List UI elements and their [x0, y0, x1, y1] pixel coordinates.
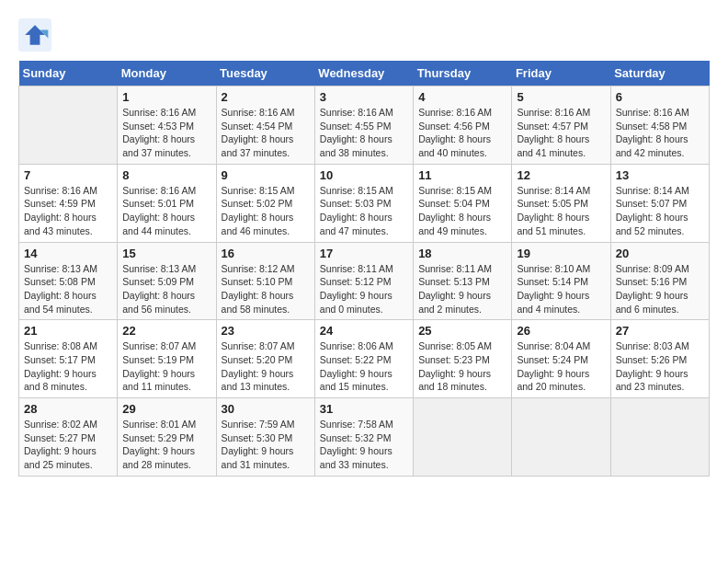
day-cell: 8Sunrise: 8:16 AMSunset: 5:01 PMDaylight…: [118, 164, 216, 242]
day-info: Sunrise: 8:16 AMSunset: 4:58 PMDaylight:…: [616, 106, 704, 160]
day-cell: 26Sunrise: 8:04 AMSunset: 5:24 PMDayligh…: [512, 320, 610, 398]
day-header-friday: Friday: [512, 61, 610, 86]
day-number: 26: [517, 324, 605, 338]
day-number: 10: [320, 168, 408, 182]
day-number: 30: [222, 402, 310, 416]
day-number: 28: [24, 402, 112, 416]
day-number: 5: [517, 90, 605, 104]
day-info: Sunrise: 8:16 AMSunset: 4:57 PMDaylight:…: [517, 106, 605, 160]
day-info: Sunrise: 8:16 AMSunset: 4:56 PMDaylight:…: [418, 106, 506, 160]
day-cell: 11Sunrise: 8:15 AMSunset: 5:04 PMDayligh…: [414, 164, 512, 242]
day-number: 13: [616, 168, 704, 182]
day-header-saturday: Saturday: [610, 61, 709, 86]
day-number: 7: [24, 168, 112, 182]
day-info: Sunrise: 8:04 AMSunset: 5:24 PMDaylight:…: [517, 339, 605, 394]
day-cell: 20Sunrise: 8:09 AMSunset: 5:16 PMDayligh…: [610, 242, 709, 320]
day-info: Sunrise: 8:10 AMSunset: 5:14 PMDaylight:…: [517, 262, 605, 316]
day-header-wednesday: Wednesday: [314, 61, 413, 86]
week-row-2: 7Sunrise: 8:16 AMSunset: 4:59 PMDaylight…: [19, 164, 710, 242]
day-number: 8: [122, 168, 210, 182]
day-number: 15: [122, 247, 210, 260]
day-cell: 22Sunrise: 8:07 AMSunset: 5:19 PMDayligh…: [118, 320, 216, 398]
day-number: 14: [24, 247, 112, 260]
day-number: 19: [517, 247, 605, 260]
day-info: Sunrise: 8:03 AMSunset: 5:26 PMDaylight:…: [616, 339, 704, 394]
day-info: Sunrise: 8:16 AMSunset: 5:01 PMDaylight:…: [122, 184, 210, 238]
day-cell: 12Sunrise: 8:14 AMSunset: 5:05 PMDayligh…: [512, 164, 610, 242]
day-cell: 24Sunrise: 8:06 AMSunset: 5:22 PMDayligh…: [314, 320, 413, 398]
day-number: 27: [616, 324, 704, 338]
day-number: 11: [418, 168, 506, 182]
day-info: Sunrise: 8:07 AMSunset: 5:20 PMDaylight:…: [222, 339, 310, 394]
day-info: Sunrise: 8:14 AMSunset: 5:07 PMDaylight:…: [616, 184, 704, 238]
day-header-tuesday: Tuesday: [216, 61, 314, 86]
day-number: 4: [418, 90, 506, 104]
day-cell: 21Sunrise: 8:08 AMSunset: 5:17 PMDayligh…: [19, 320, 118, 398]
day-cell: 27Sunrise: 8:03 AMSunset: 5:26 PMDayligh…: [610, 320, 709, 398]
day-cell: 9Sunrise: 8:15 AMSunset: 5:02 PMDaylight…: [216, 164, 314, 242]
day-number: 18: [418, 247, 506, 260]
day-info: Sunrise: 8:13 AMSunset: 5:08 PMDaylight:…: [24, 262, 112, 316]
day-cell: 1Sunrise: 8:16 AMSunset: 4:53 PMDaylight…: [118, 86, 216, 165]
day-number: 1: [122, 90, 210, 104]
day-number: 25: [418, 324, 506, 338]
day-number: 24: [320, 324, 408, 338]
day-cell: 3Sunrise: 8:16 AMSunset: 4:55 PMDaylight…: [314, 86, 413, 165]
day-number: 23: [222, 324, 310, 338]
day-info: Sunrise: 8:11 AMSunset: 5:12 PMDaylight:…: [320, 262, 408, 316]
day-number: 16: [222, 247, 310, 260]
day-info: Sunrise: 8:15 AMSunset: 5:03 PMDaylight:…: [320, 184, 408, 238]
day-number: 21: [24, 324, 112, 338]
day-info: Sunrise: 8:09 AMSunset: 5:16 PMDaylight:…: [616, 262, 704, 316]
day-info: Sunrise: 8:13 AMSunset: 5:09 PMDaylight:…: [122, 262, 210, 316]
day-info: Sunrise: 8:06 AMSunset: 5:22 PMDaylight:…: [320, 339, 408, 394]
day-cell: [414, 398, 512, 477]
day-cell: 28Sunrise: 8:02 AMSunset: 5:27 PMDayligh…: [19, 398, 118, 477]
day-info: Sunrise: 8:16 AMSunset: 4:59 PMDaylight:…: [24, 184, 112, 238]
day-cell: 4Sunrise: 8:16 AMSunset: 4:56 PMDaylight…: [414, 86, 512, 165]
day-cell: 23Sunrise: 8:07 AMSunset: 5:20 PMDayligh…: [216, 320, 314, 398]
week-row-5: 28Sunrise: 8:02 AMSunset: 5:27 PMDayligh…: [19, 398, 710, 477]
day-info: Sunrise: 8:08 AMSunset: 5:17 PMDaylight:…: [24, 339, 112, 394]
day-info: Sunrise: 8:01 AMSunset: 5:29 PMDaylight:…: [122, 418, 210, 472]
day-info: Sunrise: 8:15 AMSunset: 5:04 PMDaylight:…: [418, 184, 506, 238]
calendar-table: SundayMondayTuesdayWednesdayThursdayFrid…: [18, 61, 710, 477]
day-info: Sunrise: 8:05 AMSunset: 5:23 PMDaylight:…: [418, 339, 506, 394]
day-number: 3: [320, 90, 408, 104]
day-cell: 10Sunrise: 8:15 AMSunset: 5:03 PMDayligh…: [314, 164, 413, 242]
day-header-thursday: Thursday: [414, 61, 512, 86]
day-cell: 17Sunrise: 8:11 AMSunset: 5:12 PMDayligh…: [314, 242, 413, 320]
day-cell: [610, 398, 709, 477]
days-header-row: SundayMondayTuesdayWednesdayThursdayFrid…: [19, 61, 710, 86]
day-cell: 6Sunrise: 8:16 AMSunset: 4:58 PMDaylight…: [610, 86, 709, 165]
week-row-1: 1Sunrise: 8:16 AMSunset: 4:53 PMDaylight…: [19, 86, 710, 165]
day-info: Sunrise: 8:11 AMSunset: 5:13 PMDaylight:…: [418, 262, 506, 316]
day-cell: 13Sunrise: 8:14 AMSunset: 5:07 PMDayligh…: [610, 164, 709, 242]
day-cell: 19Sunrise: 8:10 AMSunset: 5:14 PMDayligh…: [512, 242, 610, 320]
day-number: 22: [122, 324, 210, 338]
day-header-monday: Monday: [118, 61, 216, 86]
week-row-3: 14Sunrise: 8:13 AMSunset: 5:08 PMDayligh…: [19, 242, 710, 320]
day-info: Sunrise: 7:58 AMSunset: 5:32 PMDaylight:…: [320, 418, 408, 472]
day-cell: 30Sunrise: 7:59 AMSunset: 5:30 PMDayligh…: [216, 398, 314, 477]
logo: [18, 18, 55, 52]
day-info: Sunrise: 7:59 AMSunset: 5:30 PMDaylight:…: [222, 418, 310, 472]
day-info: Sunrise: 8:02 AMSunset: 5:27 PMDaylight:…: [24, 418, 112, 472]
day-info: Sunrise: 8:15 AMSunset: 5:02 PMDaylight:…: [222, 184, 310, 238]
day-number: 17: [320, 247, 408, 260]
day-cell: 5Sunrise: 8:16 AMSunset: 4:57 PMDaylight…: [512, 86, 610, 165]
day-header-sunday: Sunday: [19, 61, 118, 86]
day-number: 12: [517, 168, 605, 182]
day-cell: [512, 398, 610, 477]
day-info: Sunrise: 8:16 AMSunset: 4:55 PMDaylight:…: [320, 106, 408, 160]
day-cell: 15Sunrise: 8:13 AMSunset: 5:09 PMDayligh…: [118, 242, 216, 320]
day-cell: 29Sunrise: 8:01 AMSunset: 5:29 PMDayligh…: [118, 398, 216, 477]
day-cell: 18Sunrise: 8:11 AMSunset: 5:13 PMDayligh…: [414, 242, 512, 320]
day-cell: 16Sunrise: 8:12 AMSunset: 5:10 PMDayligh…: [216, 242, 314, 320]
day-cell: 2Sunrise: 8:16 AMSunset: 4:54 PMDaylight…: [216, 86, 314, 165]
day-cell: 14Sunrise: 8:13 AMSunset: 5:08 PMDayligh…: [19, 242, 118, 320]
day-info: Sunrise: 8:14 AMSunset: 5:05 PMDaylight:…: [517, 184, 605, 238]
day-info: Sunrise: 8:16 AMSunset: 4:54 PMDaylight:…: [222, 106, 310, 160]
day-number: 9: [222, 168, 310, 182]
day-number: 6: [616, 90, 704, 104]
